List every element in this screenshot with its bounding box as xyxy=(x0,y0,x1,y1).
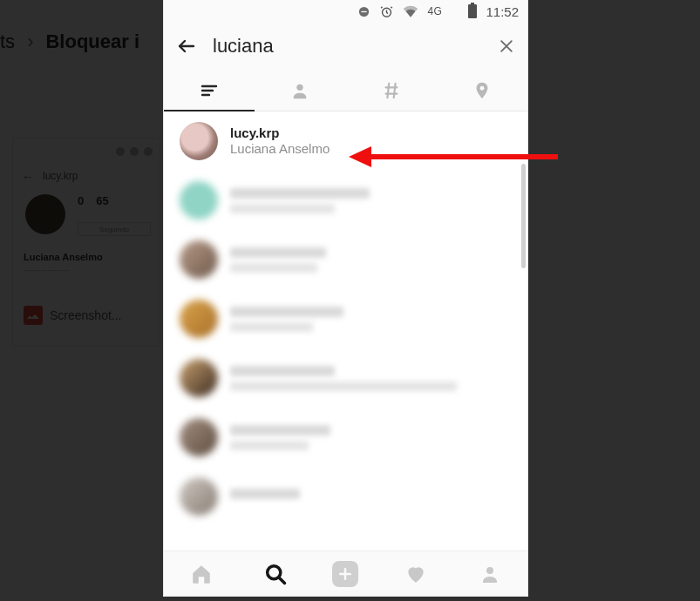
search-input[interactable] xyxy=(213,35,482,57)
tab-people[interactable] xyxy=(255,70,345,111)
phone-frame: 4G 11:52 xyxy=(164,0,527,596)
nav-profile[interactable] xyxy=(472,557,507,591)
result-row-blurred[interactable] xyxy=(164,348,527,408)
result-row-blurred[interactable] xyxy=(164,408,527,467)
avatar xyxy=(180,477,218,516)
avatar xyxy=(180,300,218,338)
avatar xyxy=(180,181,218,219)
avatar xyxy=(180,240,218,279)
result-row-blurred[interactable] xyxy=(164,230,527,289)
result-row[interactable]: lucy.krp Luciana Anselmo xyxy=(164,111,527,171)
bottom-nav xyxy=(164,550,527,596)
status-bar: 4G 11:52 xyxy=(164,0,527,23)
result-row-blurred[interactable] xyxy=(164,171,527,230)
alarm-icon xyxy=(379,4,394,19)
result-row-blurred[interactable] xyxy=(164,289,527,348)
avatar xyxy=(180,122,218,160)
avatar xyxy=(180,418,218,456)
nav-home[interactable] xyxy=(184,557,219,591)
nav-activity[interactable] xyxy=(398,557,433,591)
svg-point-3 xyxy=(297,84,303,90)
wifi-icon xyxy=(403,5,418,17)
clear-search-button[interactable] xyxy=(498,37,515,55)
result-row-blurred[interactable] xyxy=(164,467,527,516)
nav-add[interactable] xyxy=(332,561,358,587)
svg-point-4 xyxy=(479,85,484,90)
result-username: lucy.krp xyxy=(230,125,330,141)
dnd-icon xyxy=(357,5,370,18)
nav-search[interactable] xyxy=(258,557,293,591)
scrollbar-thumb[interactable] xyxy=(521,164,526,268)
svg-point-6 xyxy=(486,567,493,574)
clock: 11:52 xyxy=(486,4,519,19)
network-label: 4G xyxy=(427,5,442,17)
search-results[interactable]: lucy.krp Luciana Anselmo xyxy=(164,111,527,550)
result-fullname: Luciana Anselmo xyxy=(230,141,330,157)
tab-top[interactable] xyxy=(164,70,255,111)
battery-icon xyxy=(468,4,477,18)
search-tabs xyxy=(164,70,527,111)
avatar xyxy=(180,359,218,397)
svg-rect-1 xyxy=(362,10,367,11)
back-button[interactable] xyxy=(176,36,197,57)
tab-tags[interactable] xyxy=(346,70,437,111)
tab-places[interactable] xyxy=(437,70,527,111)
